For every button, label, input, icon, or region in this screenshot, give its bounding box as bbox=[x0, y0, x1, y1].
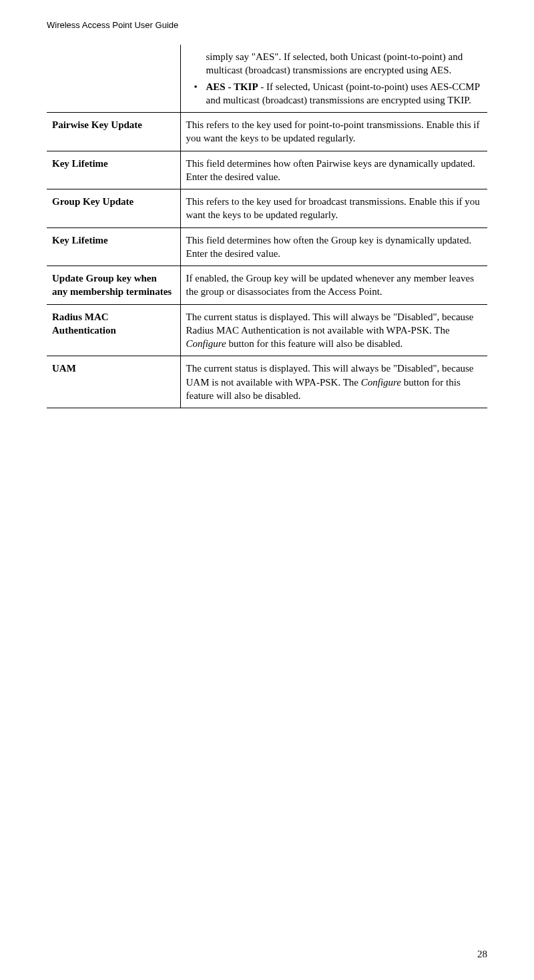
table-row: simply say "AES". If selected, both Unic… bbox=[47, 45, 487, 113]
bullet-sep: - bbox=[258, 81, 267, 92]
settings-table: simply say "AES". If selected, both Unic… bbox=[47, 45, 487, 408]
bullet-icon: • bbox=[194, 80, 198, 93]
row-text-post: button for this feature will also be dis… bbox=[226, 338, 403, 349]
table-row: Group Key Update This refers to the key … bbox=[47, 189, 487, 228]
row-text-italic: Configure bbox=[361, 377, 401, 388]
row-intro-text: simply say "AES". If selected, both Unic… bbox=[186, 50, 481, 77]
row-content: This field determines how often the Grou… bbox=[180, 227, 487, 266]
row-content: This field determines how often Pairwise… bbox=[180, 151, 487, 189]
table-row: UAM The current status is displayed. Thi… bbox=[47, 356, 487, 408]
row-label: Update Group key when any membership ter… bbox=[47, 266, 180, 305]
table-row: Pairwise Key Update This refers to the k… bbox=[47, 113, 487, 151]
page-header: Wireless Access Point User Guide bbox=[47, 20, 487, 30]
row-content: This refers to the key used for point-to… bbox=[180, 113, 487, 151]
list-item: • AES - TKIP - If selected, Unicast (poi… bbox=[206, 80, 481, 107]
row-content: The current status is displayed. This wi… bbox=[180, 356, 487, 408]
table-row: Update Group key when any membership ter… bbox=[47, 266, 487, 305]
row-text-italic: Configure bbox=[186, 338, 226, 349]
bullet-title: AES - TKIP bbox=[206, 81, 258, 92]
row-content: simply say "AES". If selected, both Unic… bbox=[180, 45, 487, 113]
table-row: Key Lifetime This field determines how o… bbox=[47, 151, 487, 189]
row-label: Pairwise Key Update bbox=[47, 113, 180, 151]
row-content: This refers to the key used for broadcas… bbox=[180, 189, 487, 228]
table-row: Radius MAC Authentication The current st… bbox=[47, 304, 487, 356]
page-number: 28 bbox=[477, 949, 487, 960]
row-label: UAM bbox=[47, 356, 180, 408]
row-label: Group Key Update bbox=[47, 189, 180, 228]
row-label: Key Lifetime bbox=[47, 151, 180, 189]
row-content: If enabled, the Group key will be update… bbox=[180, 266, 487, 305]
row-label: Key Lifetime bbox=[47, 227, 180, 266]
row-text-pre: The current status is displayed. This wi… bbox=[186, 312, 474, 336]
row-label bbox=[47, 45, 180, 113]
row-label: Radius MAC Authentication bbox=[47, 304, 180, 356]
row-content: The current status is displayed. This wi… bbox=[180, 304, 487, 356]
table-row: Key Lifetime This field determines how o… bbox=[47, 227, 487, 266]
